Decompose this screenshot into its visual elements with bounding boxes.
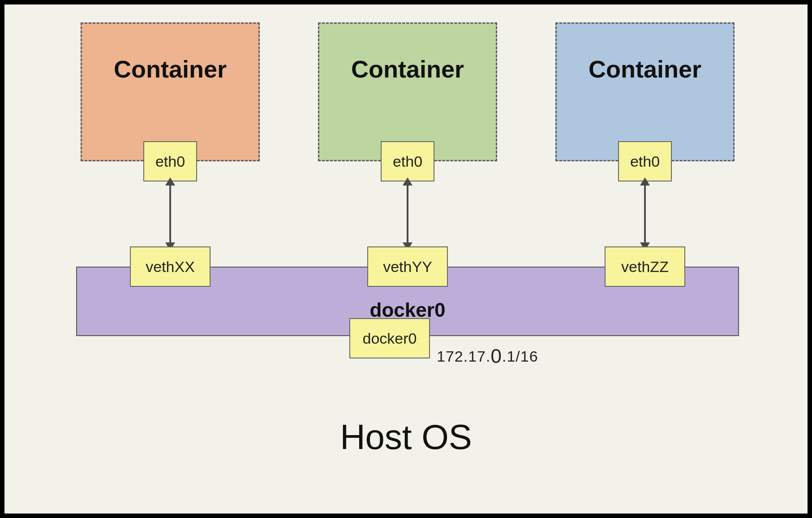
bridge-ip-prefix: 172.17.	[437, 348, 490, 365]
container-3: Container	[555, 22, 735, 161]
container-2-title: Container	[319, 55, 496, 83]
host-os-label: Host OS	[4, 417, 808, 458]
container-3-title: Container	[557, 55, 733, 83]
veth-2: vethYY	[367, 246, 448, 287]
bridge-ip-suffix: .1/16	[502, 348, 538, 365]
bridge-ip: 172.17.0.1/16	[437, 345, 538, 367]
container-2: Container	[318, 22, 497, 161]
veth-1: vethXX	[130, 246, 211, 287]
diagram-frame: Container Container Container docker0 et…	[0, 0, 812, 518]
arrow-2	[407, 184, 408, 244]
container-1: Container	[81, 22, 260, 161]
veth-3: vethZZ	[605, 246, 685, 287]
arrow-1	[169, 184, 171, 244]
arrow-3	[644, 184, 646, 244]
container-2-eth0: eth0	[381, 141, 434, 181]
bridge-ip-zero: 0	[490, 345, 502, 367]
docker0-iface: docker0	[349, 318, 430, 358]
container-1-title: Container	[82, 55, 258, 83]
diagram-stage: Container Container Container docker0 et…	[4, 4, 808, 514]
container-1-eth0: eth0	[143, 141, 197, 181]
container-3-eth0: eth0	[618, 141, 672, 181]
